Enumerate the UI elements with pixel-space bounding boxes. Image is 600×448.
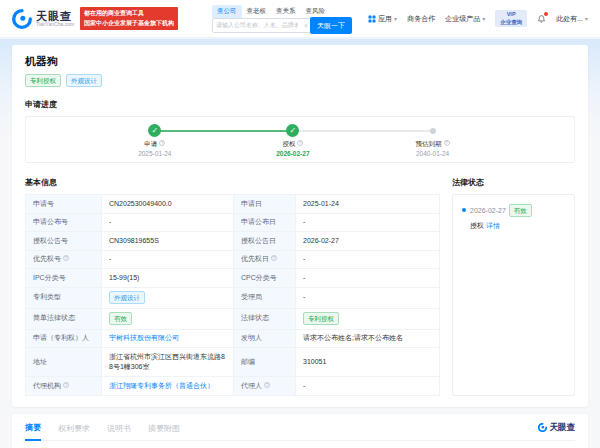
info-row: 地址浙江省杭州市滨江区西兴街道东流路88号1幢306室邮编310051 — [26, 348, 440, 377]
document-tabs: 摘要 权利要求 说明书 摘要附图 天眼查 — [25, 422, 575, 441]
patent-detail-card: 机器狗 专利授权 外观设计 申请进度 ✓ 申请? 2025-01-24 ✓ 授权… — [12, 45, 588, 407]
user-menu-label: 此处有... — [556, 14, 583, 24]
info-label: 授权公告日 — [234, 232, 296, 251]
info-label: CPC分类号 — [234, 269, 296, 288]
help-icon[interactable]: ? — [264, 382, 270, 388]
legal-status-detail: 授权 详情 — [470, 221, 565, 231]
vip-line2: 企业查询 — [500, 19, 522, 26]
basic-info-title: 基本信息 — [25, 177, 439, 188]
help-icon[interactable]: ? — [444, 140, 450, 146]
help-icon[interactable]: ? — [63, 382, 69, 388]
pending-dot-icon — [430, 128, 436, 134]
tab-description[interactable]: 说明书 — [107, 423, 131, 440]
info-label: 地址 — [26, 348, 102, 377]
info-label: 授权公告号 — [26, 232, 102, 251]
info-link[interactable]: 浙江翔隆专利事务所（普通合伙） — [109, 382, 214, 389]
info-label: 申请日 — [234, 195, 296, 214]
slogan-line2: 国家中小企业发展子基金旗下机构 — [84, 19, 174, 28]
info-row: 优先权号?-优先权日?- — [26, 250, 440, 269]
info-label: 简单法律状态 — [26, 308, 102, 329]
nav-apps-label: 应用 — [378, 14, 392, 24]
info-row: 授权公告号CN309819655S授权公告日2026-02-27 — [26, 232, 440, 251]
info-value: - — [296, 269, 440, 288]
notification-bell-icon[interactable] — [537, 14, 546, 24]
info-value: CN202530049400.0 — [102, 195, 234, 214]
search-box: × 天眼一下 — [212, 18, 352, 33]
vip-line1: VIP — [500, 11, 522, 18]
info-value: 2026-02-27 — [296, 232, 440, 251]
info-label: 代理人? — [234, 377, 296, 396]
nav-cooperation[interactable]: 商务合作 — [407, 14, 435, 24]
help-icon[interactable]: ? — [159, 140, 165, 146]
info-row: 申请号CN202530049400.0申请日2025-01-24 — [26, 195, 440, 214]
info-value: 外观设计 — [102, 287, 234, 308]
info-value: - — [102, 250, 234, 269]
search-tab-relation[interactable]: 查关系 — [271, 5, 301, 18]
top-header: 天眼查 TianYanCha.com 都在用的商业查询工具 国家中小企业发展子基… — [0, 0, 600, 38]
help-icon[interactable]: ? — [297, 140, 303, 146]
progress-step-expiry: 预估到期? 2040-01-24 — [387, 124, 479, 157]
info-value: 2025-01-24 — [296, 195, 440, 214]
nav-enterprise[interactable]: 企业级产品 ▾ — [445, 14, 485, 24]
info-label: 法律状态 — [234, 308, 296, 329]
user-menu[interactable]: 此处有... ▾ — [556, 14, 588, 24]
info-label: 邮编 — [234, 348, 296, 377]
search-tab-risk[interactable]: 查风险 — [301, 5, 331, 18]
help-icon[interactable]: ? — [271, 255, 277, 261]
info-value: 浙江省杭州市滨江区西兴街道东流路88号1幢306室 — [102, 348, 234, 377]
search-tab-company[interactable]: 查公司 — [212, 5, 242, 18]
notification-dot — [544, 12, 548, 16]
legal-status-panel: 2026-02-27有效 授权 详情 — [452, 194, 575, 396]
tianyancha-logo[interactable]: 天眼查 TianYanCha.com — [12, 9, 74, 29]
legal-status-item: 2026-02-27有效 — [462, 204, 565, 217]
search-button[interactable]: 天眼一下 — [310, 17, 352, 34]
legal-event: 授权 — [470, 222, 484, 229]
search-tab-boss[interactable]: 查老板 — [242, 5, 272, 18]
check-icon: ✓ — [148, 124, 161, 137]
step-label: 授权 — [282, 140, 295, 147]
info-row: 专利类型外观设计受理局- — [26, 287, 440, 308]
info-label: 专利类型 — [26, 287, 102, 308]
info-row: IPC分类号15-99(15)CPC分类号- — [26, 269, 440, 288]
tab-abstract[interactable]: 摘要 — [25, 422, 41, 441]
info-value: 宇树科技股份有限公司 — [102, 329, 234, 348]
info-label: 代理机构? — [26, 377, 102, 396]
step-date: 2025-01-24 — [109, 150, 201, 157]
watermark: 天眼查 — [538, 422, 576, 440]
info-value: - — [296, 250, 440, 269]
search-input[interactable] — [213, 22, 301, 28]
nav-enterprise-label: 企业级产品 — [445, 14, 480, 24]
info-label: IPC分类号 — [26, 269, 102, 288]
header-nav: 应用 ▾ 商务合作 企业级产品 ▾ VIP 企业查询 此处有... ▾ — [368, 10, 588, 28]
bullet-icon — [462, 208, 466, 212]
nav-apps[interactable]: 应用 ▾ — [368, 14, 397, 24]
tab-claims[interactable]: 权利要求 — [58, 423, 90, 440]
patent-tags: 专利授权 外观设计 — [25, 74, 575, 87]
tianyancha-logo-icon — [12, 9, 32, 29]
legal-detail-link[interactable]: 详情 — [486, 222, 500, 229]
info-row: 申请（专利权）人宇树科技股份有限公司发明人请求不公布姓名;请求不公布姓名 — [26, 329, 440, 348]
vip-badge[interactable]: VIP 企业查询 — [495, 10, 527, 28]
progress-timeline: ✓ 申请? 2025-01-24 ✓ 授权? 2026-02-27 预估到期? … — [25, 116, 575, 163]
info-label: 申请（专利权）人 — [26, 329, 102, 348]
info-row: 代理机构?浙江翔隆专利事务所（普通合伙）代理人?- — [26, 377, 440, 396]
info-label: 优先权日? — [234, 250, 296, 269]
chevron-down-icon: ▾ — [394, 15, 397, 22]
patent-type-tag: 外观设计 — [66, 74, 102, 87]
step-label: 申请 — [144, 140, 157, 147]
step-date: 2026-02-27 — [247, 150, 339, 157]
info-columns: 基本信息 申请号CN202530049400.0申请日2025-01-24申请公… — [25, 165, 575, 396]
logo-subtext: TianYanCha.com — [36, 22, 74, 28]
status-tag: 有效 — [109, 312, 132, 325]
info-value: - — [102, 213, 234, 232]
info-label: 受理局 — [234, 287, 296, 308]
info-link[interactable]: 宇树科技股份有限公司 — [109, 334, 179, 341]
help-icon[interactable]: ? — [63, 255, 69, 261]
page-title: 机器狗 — [25, 54, 575, 69]
info-value: 浙江翔隆专利事务所（普通合伙） — [102, 377, 234, 396]
legal-date: 2026-02-27 — [470, 207, 506, 214]
tab-abstract-figure[interactable]: 摘要附图 — [148, 423, 180, 440]
step-label: 预估到期 — [416, 140, 442, 147]
tianyancha-watermark-icon — [538, 423, 547, 432]
chevron-down-icon: ▾ — [482, 15, 485, 22]
